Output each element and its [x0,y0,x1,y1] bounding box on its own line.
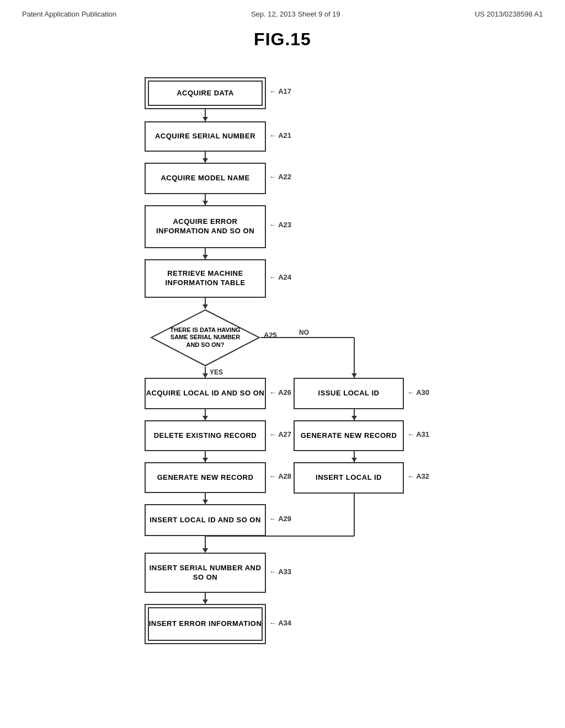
yes-label: YES [210,368,223,376]
label-A30: ← A30 [407,388,429,397]
node-A29: INSERT LOCAL ID AND SO ON [145,504,266,536]
label-A23: ← A23 [269,221,291,229]
node-A22: ACQUIRE MODEL NAME [145,163,266,194]
label-A31: ← A31 [407,430,429,438]
label-A28: ← A28 [269,472,291,480]
svg-marker-31 [202,548,208,553]
node-A34: INSERT ERROR INFORMATION [145,604,266,644]
svg-marker-17 [202,500,208,504]
svg-marker-22 [351,373,357,378]
label-A32: ← A32 [407,472,429,480]
node-A24: RETRIEVE MACHINE INFORMATION TABLE [145,259,266,298]
node-A33: INSERT SERIAL NUMBER AND SO ON [145,553,266,593]
svg-marker-1 [202,117,208,121]
svg-marker-30 [202,599,208,604]
svg-marker-9 [202,304,208,309]
label-A29: ← A29 [269,515,291,523]
node-A28: GENERATE NEW RECORD [145,462,266,493]
svg-marker-24 [351,416,357,420]
flowchart-diagram: ACQUIRE DATA ← A17 ACQUIRE SERIAL NUMBER… [89,66,476,717]
header-middle: Sep. 12, 2013 Sheet 9 of 19 [251,10,340,18]
svg-marker-3 [202,158,208,163]
node-A25: THERE IS DATA HAVING SAME SERIAL NUMBER … [150,309,260,367]
node-A17: ACQUIRE DATA [145,77,266,109]
node-A23: ACQUIRE ERROR INFORMATION AND SO ON [145,205,266,248]
label-A24: ← A24 [269,273,291,281]
header-right: US 2013/0238598 A1 [475,10,543,18]
label-A17: ← A17 [269,87,291,95]
node-A30: ISSUE LOCAL ID [294,378,404,409]
no-label: NO [299,329,309,336]
node-A26: ACQUIRE LOCAL ID AND SO ON [145,378,266,409]
svg-marker-26 [351,458,357,462]
node-A31: GENERATE NEW RECORD [294,420,404,451]
label-A34: ← A34 [269,619,291,627]
header-left: Patent Application Publication [22,10,116,18]
node-A21: ACQUIRE SERIAL NUMBER [145,121,266,152]
figure-title: FIG.15 [0,29,565,50]
svg-marker-5 [202,201,208,205]
label-A33: ← A33 [269,568,291,576]
page-header: Patent Application Publication Sep. 12, … [0,0,565,24]
node-A32: INSERT LOCAL ID [294,462,404,494]
label-A25: A25 [264,331,277,339]
label-A26: ← A26 [269,388,291,397]
node-A27: DELETE EXISTING RECORD [145,420,266,451]
svg-marker-13 [202,416,208,420]
label-A22: ← A22 [269,173,291,181]
label-A27: ← A27 [269,430,291,438]
svg-marker-7 [202,255,208,259]
svg-marker-11 [202,373,208,378]
svg-marker-15 [202,458,208,462]
label-A21: ← A21 [269,131,291,140]
